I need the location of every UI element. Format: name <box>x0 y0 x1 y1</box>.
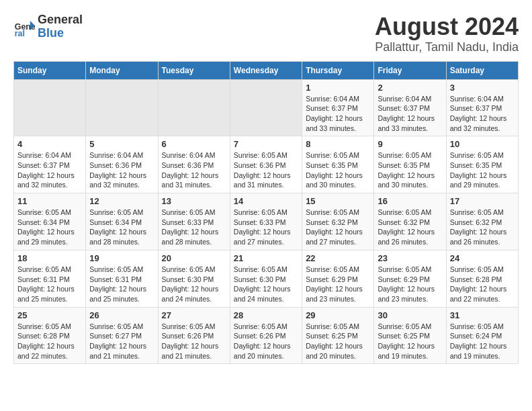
day-number: 11 <box>17 196 82 206</box>
day-number: 23 <box>378 253 442 263</box>
day-detail: Sunrise: 6:05 AMSunset: 6:32 PMDaylight:… <box>306 208 370 247</box>
day-detail: Sunrise: 6:04 AMSunset: 6:37 PMDaylight:… <box>306 94 370 134</box>
day-cell: 27Sunrise: 6:05 AMSunset: 6:26 PMDayligh… <box>158 307 230 364</box>
day-cell: 23Sunrise: 6:05 AMSunset: 6:29 PMDayligh… <box>374 250 446 307</box>
header-tuesday: Tuesday <box>158 61 230 79</box>
day-cell: 31Sunrise: 6:05 AMSunset: 6:24 PMDayligh… <box>446 307 518 364</box>
day-detail: Sunrise: 6:05 AMSunset: 6:25 PMDaylight:… <box>378 322 442 361</box>
day-detail: Sunrise: 6:05 AMSunset: 6:28 PMDaylight:… <box>450 265 515 304</box>
day-cell: 12Sunrise: 6:05 AMSunset: 6:34 PMDayligh… <box>86 193 158 250</box>
day-cell: 5Sunrise: 6:04 AMSunset: 6:36 PMDaylight… <box>86 136 158 193</box>
day-number: 3 <box>450 83 515 93</box>
day-cell: 21Sunrise: 6:05 AMSunset: 6:30 PMDayligh… <box>230 250 302 307</box>
day-number: 20 <box>162 253 226 263</box>
day-cell: 9Sunrise: 6:05 AMSunset: 6:35 PMDaylight… <box>374 136 446 193</box>
day-number: 19 <box>89 253 154 263</box>
day-detail: Sunrise: 6:05 AMSunset: 6:34 PMDaylight:… <box>89 208 154 247</box>
day-number: 2 <box>378 83 442 93</box>
day-number: 5 <box>89 139 154 149</box>
day-cell: 19Sunrise: 6:05 AMSunset: 6:31 PMDayligh… <box>86 250 158 307</box>
day-cell: 8Sunrise: 6:05 AMSunset: 6:35 PMDaylight… <box>302 136 374 193</box>
calendar-table: SundayMondayTuesdayWednesdayThursdayFrid… <box>13 61 519 365</box>
header-friday: Friday <box>374 61 446 79</box>
day-number: 16 <box>378 196 442 206</box>
day-detail: Sunrise: 6:05 AMSunset: 6:31 PMDaylight:… <box>89 265 154 304</box>
day-detail: Sunrise: 6:05 AMSunset: 6:33 PMDaylight:… <box>234 208 298 247</box>
day-cell: 14Sunrise: 6:05 AMSunset: 6:33 PMDayligh… <box>230 193 302 250</box>
logo-line2: Blue <box>38 27 83 40</box>
day-number: 24 <box>450 253 515 263</box>
day-cell: 13Sunrise: 6:05 AMSunset: 6:33 PMDayligh… <box>158 193 230 250</box>
week-row-4: 25Sunrise: 6:05 AMSunset: 6:28 PMDayligh… <box>14 307 519 364</box>
week-row-0: 1Sunrise: 6:04 AMSunset: 6:37 PMDaylight… <box>14 79 519 136</box>
day-cell: 3Sunrise: 6:04 AMSunset: 6:37 PMDaylight… <box>446 79 518 136</box>
day-number: 26 <box>89 310 154 320</box>
day-number: 4 <box>17 139 82 149</box>
day-number: 28 <box>234 310 298 320</box>
day-cell: 1Sunrise: 6:04 AMSunset: 6:37 PMDaylight… <box>302 79 374 136</box>
day-detail: Sunrise: 6:05 AMSunset: 6:29 PMDaylight:… <box>378 265 442 304</box>
week-row-2: 11Sunrise: 6:05 AMSunset: 6:34 PMDayligh… <box>14 193 519 250</box>
header-monday: Monday <box>86 61 158 79</box>
day-cell: 10Sunrise: 6:05 AMSunset: 6:35 PMDayligh… <box>446 136 518 193</box>
day-cell: 22Sunrise: 6:05 AMSunset: 6:29 PMDayligh… <box>302 250 374 307</box>
day-number: 6 <box>162 139 226 149</box>
title-block: August 2024 Pallattur, Tamil Nadu, India <box>375 13 519 54</box>
logo: Gene ral General Blue <box>13 13 83 40</box>
day-number: 1 <box>306 83 370 93</box>
day-detail: Sunrise: 6:04 AMSunset: 6:36 PMDaylight:… <box>162 150 226 190</box>
logo-line1: General <box>38 13 83 27</box>
day-cell: 17Sunrise: 6:05 AMSunset: 6:32 PMDayligh… <box>446 193 518 250</box>
day-detail: Sunrise: 6:04 AMSunset: 6:36 PMDaylight:… <box>89 150 154 190</box>
day-cell: 2Sunrise: 6:04 AMSunset: 6:37 PMDaylight… <box>374 79 446 136</box>
day-cell: 20Sunrise: 6:05 AMSunset: 6:30 PMDayligh… <box>158 250 230 307</box>
day-number: 29 <box>306 310 370 320</box>
calendar-subtitle: Pallattur, Tamil Nadu, India <box>375 40 519 54</box>
calendar-title: August 2024 <box>375 13 519 40</box>
day-number: 13 <box>162 196 226 206</box>
day-detail: Sunrise: 6:05 AMSunset: 6:25 PMDaylight:… <box>306 322 370 361</box>
day-number: 7 <box>234 139 298 149</box>
day-detail: Sunrise: 6:05 AMSunset: 6:33 PMDaylight:… <box>162 208 226 247</box>
day-detail: Sunrise: 6:05 AMSunset: 6:36 PMDaylight:… <box>234 150 298 190</box>
day-detail: Sunrise: 6:05 AMSunset: 6:29 PMDaylight:… <box>306 265 370 304</box>
header-sunday: Sunday <box>14 61 86 79</box>
day-cell <box>14 79 86 136</box>
day-number: 14 <box>234 196 298 206</box>
day-detail: Sunrise: 6:04 AMSunset: 6:37 PMDaylight:… <box>378 94 442 134</box>
day-detail: Sunrise: 6:05 AMSunset: 6:31 PMDaylight:… <box>17 265 82 304</box>
week-row-3: 18Sunrise: 6:05 AMSunset: 6:31 PMDayligh… <box>14 250 519 307</box>
day-number: 18 <box>17 253 82 263</box>
day-cell: 30Sunrise: 6:05 AMSunset: 6:25 PMDayligh… <box>374 307 446 364</box>
day-cell: 28Sunrise: 6:05 AMSunset: 6:26 PMDayligh… <box>230 307 302 364</box>
day-cell: 7Sunrise: 6:05 AMSunset: 6:36 PMDaylight… <box>230 136 302 193</box>
svg-text:ral: ral <box>15 29 25 38</box>
day-number: 22 <box>306 253 370 263</box>
day-number: 27 <box>162 310 226 320</box>
day-cell: 6Sunrise: 6:04 AMSunset: 6:36 PMDaylight… <box>158 136 230 193</box>
header-saturday: Saturday <box>446 61 518 79</box>
day-detail: Sunrise: 6:05 AMSunset: 6:30 PMDaylight:… <box>162 265 226 304</box>
day-cell: 4Sunrise: 6:04 AMSunset: 6:37 PMDaylight… <box>14 136 86 193</box>
day-number: 8 <box>306 139 370 149</box>
logo-icon: Gene ral <box>13 16 35 38</box>
day-cell <box>230 79 302 136</box>
day-number: 12 <box>89 196 154 206</box>
day-detail: Sunrise: 6:05 AMSunset: 6:35 PMDaylight:… <box>450 150 515 190</box>
day-cell: 25Sunrise: 6:05 AMSunset: 6:28 PMDayligh… <box>14 307 86 364</box>
day-detail: Sunrise: 6:05 AMSunset: 6:24 PMDaylight:… <box>450 322 515 361</box>
day-detail: Sunrise: 6:05 AMSunset: 6:34 PMDaylight:… <box>17 208 82 247</box>
day-number: 17 <box>450 196 515 206</box>
day-number: 21 <box>234 253 298 263</box>
day-cell: 24Sunrise: 6:05 AMSunset: 6:28 PMDayligh… <box>446 250 518 307</box>
day-number: 15 <box>306 196 370 206</box>
day-cell: 29Sunrise: 6:05 AMSunset: 6:25 PMDayligh… <box>302 307 374 364</box>
header-row: SundayMondayTuesdayWednesdayThursdayFrid… <box>14 61 519 79</box>
day-detail: Sunrise: 6:05 AMSunset: 6:32 PMDaylight:… <box>450 208 515 247</box>
day-cell <box>158 79 230 136</box>
day-detail: Sunrise: 6:05 AMSunset: 6:30 PMDaylight:… <box>234 265 298 304</box>
day-number: 9 <box>378 139 442 149</box>
day-number: 30 <box>378 310 442 320</box>
day-number: 10 <box>450 139 515 149</box>
day-detail: Sunrise: 6:05 AMSunset: 6:26 PMDaylight:… <box>162 322 226 361</box>
